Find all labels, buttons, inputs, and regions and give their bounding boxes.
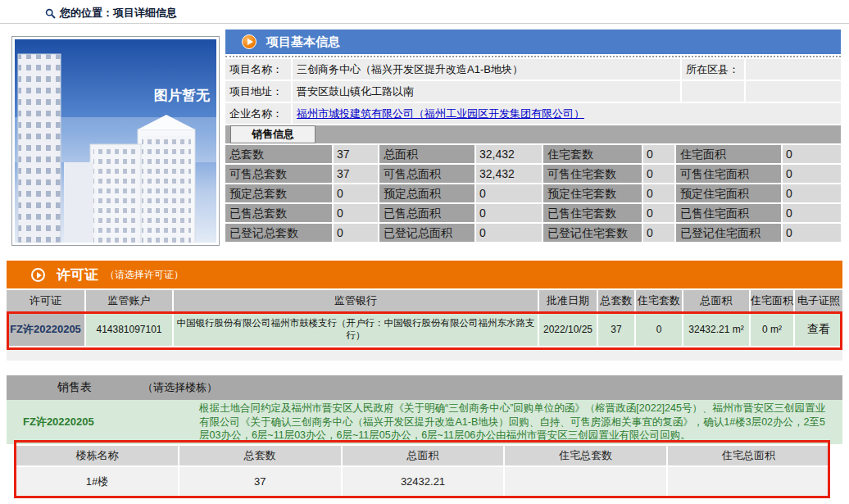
play-icon <box>31 268 45 282</box>
residential-units-cell: 0 <box>636 313 682 346</box>
photo-placeholder-label: 图片暂无 <box>154 88 211 103</box>
si-label: 预定总面积 <box>379 184 474 202</box>
permit-footer-strip <box>7 347 842 361</box>
col-residential-area: 住宅面积 <box>751 290 793 311</box>
sales-table-title: 销售表 <box>57 380 92 395</box>
permit-section: 许可证 （请选择许可证） 许可证 监管账户 监管银行 批准日期 总套数 住宅套数… <box>7 261 842 361</box>
col-e-certificate: 电子证照 <box>795 290 842 311</box>
project-address-row: 项目地址： 晋安区鼓山镇化工路以南 <box>225 81 841 102</box>
residential-units-cell <box>505 467 666 497</box>
col-residential-total-area: 住宅总面积 <box>668 446 829 465</box>
residential-area-cell <box>668 467 829 497</box>
dotted-separator <box>225 56 841 57</box>
si-value: 0 <box>476 184 542 202</box>
permit-table-header: 许可证 监管账户 监管银行 批准日期 总套数 住宅套数 总面积 住宅面积 电子证… <box>7 290 842 311</box>
total-area-cell: 32432.21 m² <box>683 313 749 346</box>
col-total-area: 总面积 <box>343 446 504 465</box>
building-name-cell[interactable]: 1#楼 <box>16 467 178 497</box>
sales-info-tab-bar: 销售信息 <box>225 125 841 143</box>
sales-info-row: 可售总套数 37 可售总面积 32,432 可售住宅套数 0 可售住宅面积 0 <box>225 165 841 183</box>
si-value: 37 <box>334 145 378 163</box>
sales-table-bar: 销售表 （请选择楼栋） <box>7 375 842 400</box>
si-value: 0 <box>643 145 674 163</box>
si-label: 住宅面积 <box>676 145 781 163</box>
si-label: 已登记住宅套数 <box>543 224 642 242</box>
col-approval-date: 批准日期 <box>539 290 597 311</box>
si-value: 0 <box>643 184 674 202</box>
divider <box>0 23 849 24</box>
si-value: 0 <box>334 224 378 242</box>
buyback-note: 根据土地合同约定及福州市晋安区人民政府《关于明确“三创商务中心”回购单位的函》（… <box>197 400 842 444</box>
total-units-cell: 37 <box>179 467 341 497</box>
permit-row[interactable]: FZ许20220205 414381097101 中国银行股份有限公司福州市鼓楼… <box>7 313 842 346</box>
company-link[interactable]: 福州市城投建筑有限公司（福州工业园区开发集团有限公司） <box>297 107 584 120</box>
company-value: 福州市城投建筑有限公司（福州工业园区开发集团有限公司） <box>293 103 841 124</box>
total-area-cell: 32432.21 <box>343 467 504 497</box>
company-label: 企业名称： <box>225 103 291 124</box>
building-photo: 图片暂无 <box>15 39 216 243</box>
si-label: 已登记住宅面积 <box>676 224 781 242</box>
si-label: 已售住宅套数 <box>543 204 642 222</box>
si-label: 已售住宅面积 <box>676 204 781 222</box>
si-value: 0 <box>334 184 378 202</box>
si-value: 0 <box>334 204 378 222</box>
si-label: 总套数 <box>225 145 332 163</box>
magnifier-icon <box>45 8 56 19</box>
permit-header: 许可证 （请选择许可证） <box>7 261 842 288</box>
sales-info-row: 已登记总套数 0 已登记总面积 0 已登记住宅套数 0 已登记住宅面积 0 <box>225 224 841 242</box>
basic-info-title: 项目基本信息 <box>266 34 340 50</box>
district-label: 所在区县： <box>682 59 744 79</box>
district-value <box>746 59 841 79</box>
permit-no-cell[interactable]: FZ许20220205 <box>7 313 84 346</box>
si-value: 0 <box>783 184 841 202</box>
si-value: 0 <box>643 165 674 183</box>
si-label: 总面积 <box>379 145 474 163</box>
building-table-header: 楼栋名称 总套数 总面积 住宅总套数 住宅总面积 <box>16 446 829 465</box>
si-label: 已售总套数 <box>225 204 332 222</box>
residential-area-cell: 0 m² <box>751 313 793 346</box>
col-total-area: 总面积 <box>683 290 749 311</box>
project-name-label: 项目名称： <box>225 59 291 79</box>
si-label: 已登记总套数 <box>225 224 332 242</box>
si-value: 0 <box>783 165 841 183</box>
note-permit-no[interactable]: FZ许20220205 <box>7 400 197 444</box>
si-label: 预定住宅套数 <box>543 184 642 202</box>
si-value: 32,432 <box>476 145 542 163</box>
si-value: 0 <box>783 204 841 222</box>
sales-info-row: 总套数 37 总面积 32,432 住宅套数 0 住宅面积 0 <box>225 145 841 163</box>
si-value: 37 <box>334 165 378 183</box>
basic-info-header: 项目基本信息 <box>225 30 841 54</box>
account-cell: 414381097101 <box>86 313 172 346</box>
sales-table-subtitle: （请选择楼栋） <box>143 380 217 395</box>
col-residential-units: 住宅套数 <box>636 290 682 311</box>
si-label: 可售总套数 <box>225 165 332 183</box>
col-total-units: 总套数 <box>598 290 634 311</box>
col-total-units: 总套数 <box>179 446 341 465</box>
si-value: 0 <box>783 224 841 242</box>
breadcrumb: 您的位置：项目详细信息 <box>45 6 177 20</box>
si-value: 32,432 <box>476 165 542 183</box>
breadcrumb-label: 您的位置：项目详细信息 <box>60 6 177 20</box>
building-row[interactable]: 1#楼 37 32432.21 <box>16 467 829 497</box>
project-name-value: 三创商务中心（福兴开发区提升改造A1-B地块） <box>293 59 680 79</box>
tab-sales-info[interactable]: 销售信息 <box>230 125 316 143</box>
view-certificate-link[interactable]: 查看 <box>807 322 830 337</box>
view-cert-cell: 查看 <box>795 313 842 346</box>
company-row: 企业名称： 福州市城投建筑有限公司（福州工业园区开发集团有限公司） <box>225 103 841 124</box>
si-label: 住宅套数 <box>543 145 642 163</box>
basic-info-section: 项目基本信息 项目名称： 三创商务中心（福兴开发区提升改造A1-B地块） 所在区… <box>225 30 841 242</box>
col-account: 监管账户 <box>86 290 172 311</box>
si-value: 0 <box>643 204 674 222</box>
col-building-name: 楼栋名称 <box>16 446 178 465</box>
project-address-value: 晋安区鼓山镇化工路以南 <box>293 81 680 102</box>
bank-cell: 中国银行股份有限公司福州市鼓楼支行（开户行：中国银行股份有限公司福州东水路支行） <box>174 313 538 346</box>
sales-table-section: 销售表 （请选择楼栋） FZ许20220205 根据土地合同约定及福州市晋安区人… <box>7 375 842 498</box>
sales-info-row: 预定总套数 0 预定总面积 0 预定住宅套数 0 预定住宅面积 0 <box>225 184 841 202</box>
project-address-label: 项目地址： <box>225 81 291 102</box>
project-name-row: 项目名称： 三创商务中心（福兴开发区提升改造A1-B地块） 所在区县： <box>225 59 841 79</box>
col-bank: 监管银行 <box>174 290 538 311</box>
col-permit: 许可证 <box>7 290 84 311</box>
permit-note-row: FZ许20220205 根据土地合同约定及福州市晋安区人民政府《关于明确“三创商… <box>7 400 842 444</box>
project-photo-placeholder: 图片暂无 <box>11 36 220 246</box>
permit-subtitle: （请选择许可证） <box>105 268 184 282</box>
